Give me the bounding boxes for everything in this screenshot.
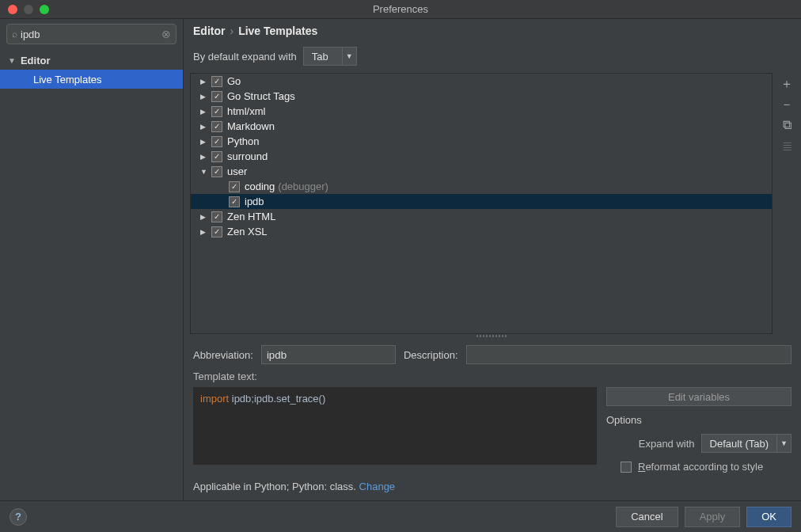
checkbox-icon[interactable] [211,91,222,102]
tree-group-label: html/xml [227,105,265,117]
paste-icon[interactable]: ≣ [780,139,793,152]
tree-item-label: ipdb [245,196,264,207]
checkbox-icon[interactable] [229,181,240,192]
change-context-link[interactable]: Change [359,481,396,492]
checkbox-icon[interactable] [211,121,222,132]
edit-variables-button[interactable]: Edit variables [606,387,792,406]
description-input[interactable] [466,345,792,364]
sidebar-item-label: Live Templates [33,74,101,86]
main-panel: Editor › Live Templates By default expan… [184,19,801,500]
clear-search-icon[interactable]: ⊗ [161,28,171,40]
tree-group-label: user [227,165,247,177]
add-icon[interactable]: ＋ [780,78,793,90]
sidebar-group-label: Editor [21,55,51,66]
cancel-button[interactable]: Cancel [616,507,678,527]
tree-group-label: Go Struct Tags [227,90,295,102]
tree-group[interactable]: ▶surround [191,149,772,164]
checkbox-icon[interactable] [211,106,222,117]
reformat-label: Reformat according to style [638,461,763,473]
chevron-down-icon[interactable]: ▼ [776,435,791,452]
chevron-down-icon[interactable]: ▼ [342,48,356,65]
expand-with-value: Tab [304,51,342,63]
tree-group[interactable]: ▶Zen XSL [191,224,772,239]
description-label: Description: [404,349,458,361]
chevron-right-icon: ▶ [200,213,211,221]
chevron-down-icon: ▼ [200,168,211,176]
chevron-right-icon: ▶ [200,93,211,101]
applicable-context-text: Applicable in Python; Python: class. [193,481,359,492]
checkbox-icon[interactable] [229,196,240,207]
search-field[interactable]: ⌕ ⊗ [6,24,177,44]
apply-button[interactable]: Apply [685,507,741,527]
sidebar-group-editor[interactable]: ▼ Editor [0,51,183,70]
abbreviation-label: Abbreviation: [193,349,253,361]
checkbox-icon[interactable] [211,76,222,87]
expand-with-template-value: Default (Tab) [702,438,776,450]
breadcrumb-leaf: Live Templates [238,25,317,37]
chevron-right-icon: ▶ [200,228,211,236]
tree-group-label: Markdown [227,120,275,132]
checkbox-icon[interactable] [211,166,222,177]
breadcrumb-root: Editor [193,25,225,37]
tree-group[interactable]: ▶Go [191,74,772,89]
tree-group[interactable]: ▶Python [191,134,772,149]
chevron-right-icon: ▶ [200,138,211,146]
remove-icon[interactable]: － [780,98,793,111]
tree-group-label: Zen HTML [227,211,275,222]
tree-group[interactable]: ▼user [191,164,772,179]
tree-group[interactable]: ▶Zen HTML [191,209,772,224]
chevron-down-icon: ▼ [8,56,16,65]
checkbox-icon[interactable] [211,211,222,222]
window-title: Preferences [0,3,801,15]
sidebar: ⌕ ⊗ ▼ Editor Live Templates [0,19,184,500]
tree-group[interactable]: ▶Markdown [191,119,772,134]
tree-item[interactable]: ▶coding(debugger) [191,179,772,194]
template-text-editor[interactable]: import ipdb;ipdb.set_trace() [193,387,597,465]
checkbox-icon[interactable] [211,151,222,162]
tree-item[interactable]: ▶ipdb [191,194,772,209]
tree-group[interactable]: ▶Go Struct Tags [191,89,772,104]
tree-group[interactable]: ▶html/xml [191,104,772,119]
template-text-label: Template text: [193,370,257,382]
search-input[interactable] [21,28,161,40]
help-button[interactable]: ? [9,508,27,526]
checkbox-icon[interactable] [211,136,222,147]
tree-group-label: surround [227,150,268,162]
templates-tree[interactable]: ▶Go▶Go Struct Tags▶html/xml▶Markdown▶Pyt… [190,73,773,334]
chevron-right-icon: ▶ [200,153,211,161]
sidebar-item-live-templates[interactable]: Live Templates [0,70,183,89]
expand-with-combo[interactable]: Tab ▼ [303,47,357,66]
search-icon: ⌕ [12,28,17,40]
expand-with-template-label: Expand with [639,438,695,450]
checkbox-icon[interactable] [211,226,222,238]
expand-with-template-combo[interactable]: Default (Tab) ▼ [701,434,792,453]
tree-toolbar: ＋ － ⧉ ≣ [777,73,796,332]
dialog-footer: ? Cancel Apply OK [0,500,801,532]
tree-item-hint: (debugger) [278,180,328,192]
chevron-right-icon: ▶ [200,78,211,86]
chevron-right-icon: ▶ [200,108,211,116]
tree-group-label: Go [227,75,241,87]
breadcrumb-separator-icon: › [230,25,233,37]
abbreviation-input[interactable] [261,345,396,364]
tree-group-label: Zen XSL [227,226,268,238]
reformat-checkbox[interactable] [621,462,632,473]
copy-icon[interactable]: ⧉ [780,119,793,131]
chevron-right-icon: ▶ [200,123,211,131]
ok-button[interactable]: OK [746,507,792,527]
tree-group-label: Python [227,135,259,147]
options-heading: Options [606,414,792,426]
breadcrumb: Editor › Live Templates [184,19,801,43]
expand-with-label: By default expand with [193,51,297,63]
titlebar: Preferences [0,0,801,19]
tree-item-label: coding [245,180,275,192]
